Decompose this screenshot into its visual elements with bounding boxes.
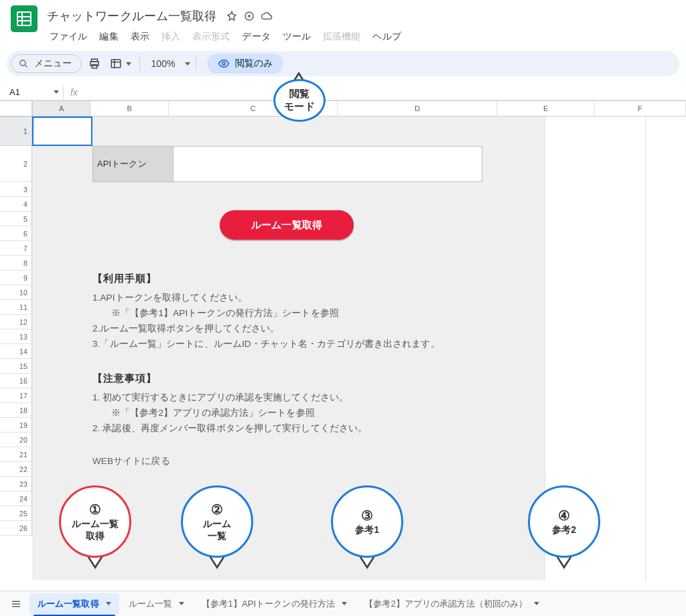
- col-header-A[interactable]: A: [32, 101, 90, 117]
- text-line: ※「【参考2】アプリの承認方法」シートを参照: [92, 405, 521, 420]
- sheet-tab-2[interactable]: 【参考1】APIトークンの発行方法: [194, 593, 355, 615]
- menu-データ[interactable]: データ: [236, 28, 275, 46]
- cloud-status-icon[interactable]: [261, 10, 273, 22]
- sheet-tab-label: ルーム一覧: [129, 598, 173, 610]
- svg-point-1: [20, 60, 25, 66]
- instructions-text: 【利用手順】 1.APIトークンを取得してください。 ※「【参考1】APIトーク…: [92, 271, 521, 469]
- row-header-8[interactable]: 8: [0, 256, 32, 271]
- view-only-label: 閲覧のみ: [235, 58, 273, 70]
- text-line: ※「【参考1】APIトークンの発行方法」シートを参照: [92, 305, 521, 321]
- col-header-D[interactable]: D: [338, 101, 497, 117]
- svg-point-6: [222, 62, 225, 66]
- menu-ヘルプ[interactable]: ヘルプ: [367, 28, 406, 46]
- annotation-1: ① ルーム一覧 取得: [59, 485, 131, 558]
- row-header-7[interactable]: 7: [0, 241, 32, 256]
- print-icon[interactable]: [84, 54, 105, 74]
- filter-views-icon[interactable]: [107, 54, 134, 74]
- menu-ファイル[interactable]: ファイル: [44, 28, 92, 46]
- sheet-tab-label: 【参考1】APIトークンの発行方法: [202, 598, 335, 610]
- row-header-20[interactable]: 20: [0, 433, 32, 447]
- star-icon[interactable]: [226, 10, 238, 22]
- row-header-12[interactable]: 12: [0, 315, 32, 329]
- row-header-24[interactable]: 24: [0, 491, 32, 506]
- annotation-2: ② ルーム 一覧: [181, 485, 253, 558]
- sheet-tab-3[interactable]: 【参考2】アプリの承認方法（初回のみ）: [356, 593, 547, 615]
- row-header-3[interactable]: 3: [0, 182, 32, 197]
- row-header-4[interactable]: 4: [0, 197, 32, 212]
- caution-heading: 【注意事項】: [92, 370, 521, 386]
- row-header-15[interactable]: 15: [0, 359, 32, 374]
- menu-bar: ファイル編集表示挿入表示形式データツール拡張機能ヘルプ: [44, 28, 407, 46]
- col-header-E[interactable]: E: [497, 101, 595, 117]
- text-line: 2. 承認後、再度メンバー取得ボタンを押して実行してください。: [92, 420, 521, 436]
- text-line: 3.「ルーム一覧」シートに、ルームID・チャット名・カテゴリが書き出されます。: [92, 336, 521, 352]
- toolbar: メニュー 100% 閲覧のみ: [7, 51, 679, 76]
- zoom-selector[interactable]: 100%: [145, 58, 178, 69]
- get-room-list-button[interactable]: ルーム一覧取得: [220, 210, 354, 240]
- row-header-17[interactable]: 17: [0, 388, 32, 403]
- chevron-down-icon[interactable]: [185, 62, 190, 66]
- zoom-value: 100%: [151, 58, 175, 69]
- menu-挿入: 挿入: [156, 28, 186, 46]
- text-line: 1.APIトークンを取得してください。: [92, 290, 521, 305]
- row-header-1[interactable]: 1: [0, 117, 32, 146]
- search-menus-label: メニュー: [34, 58, 72, 70]
- select-all-corner[interactable]: [0, 101, 32, 117]
- menu-表示形式: 表示形式: [187, 28, 235, 46]
- chevron-down-icon[interactable]: [106, 602, 111, 605]
- annotation-3: ③ 参考1: [331, 485, 403, 558]
- row-header-2[interactable]: 2: [0, 146, 32, 182]
- row-header-18[interactable]: 18: [0, 403, 32, 418]
- col-header-F[interactable]: F: [595, 101, 686, 117]
- api-token-input-cell[interactable]: [173, 146, 482, 182]
- row-header-9[interactable]: 9: [0, 271, 32, 285]
- text-line: 2.ルーム一覧取得ボタンを押してください。: [92, 321, 521, 336]
- menu-拡張機能: 拡張機能: [318, 28, 366, 46]
- name-box[interactable]: A1: [5, 87, 63, 97]
- back-to-website-link[interactable]: WEBサイトに戻る: [92, 456, 170, 466]
- row-header-5[interactable]: 5: [0, 212, 32, 226]
- row-header-22[interactable]: 22: [0, 462, 32, 477]
- api-token-label-cell: APIトークン: [92, 146, 173, 182]
- chevron-down-icon[interactable]: [179, 602, 184, 605]
- text-line: 1. 初めて実行するときにアプリの承認を実施してください。: [92, 390, 521, 405]
- menu-表示[interactable]: 表示: [125, 28, 155, 46]
- chevron-down-icon[interactable]: [534, 602, 539, 605]
- row-header-25[interactable]: 25: [0, 506, 32, 521]
- row-header-21[interactable]: 21: [0, 447, 32, 462]
- col-header-B[interactable]: B: [90, 101, 169, 117]
- row-header-11[interactable]: 11: [0, 300, 32, 315]
- row-header-13[interactable]: 13: [0, 329, 32, 344]
- row-header-16[interactable]: 16: [0, 374, 32, 388]
- sheet-tab-1[interactable]: ルーム一覧: [121, 593, 193, 615]
- row-header-26[interactable]: 26: [0, 521, 32, 536]
- menu-編集[interactable]: 編集: [94, 28, 123, 46]
- sheets-logo-icon: [11, 5, 38, 32]
- search-menus-button[interactable]: メニュー: [11, 54, 82, 73]
- sheet-tab-label: 【参考2】アプリの承認方法（初回のみ）: [364, 598, 527, 610]
- sheet-tab-label: ルーム一覧取得: [38, 598, 99, 610]
- usage-heading: 【利用手順】: [92, 271, 521, 286]
- annotation-4: ④ 参考2: [528, 485, 600, 558]
- move-icon[interactable]: [243, 10, 255, 22]
- fx-icon: fx: [64, 87, 84, 98]
- row-header-23[interactable]: 23: [0, 477, 32, 491]
- chevron-down-icon[interactable]: [342, 602, 347, 605]
- document-title[interactable]: チャットワークルーム一覧取得: [46, 5, 220, 27]
- chevron-down-icon: [54, 90, 59, 94]
- row-header-6[interactable]: 6: [0, 226, 32, 241]
- svg-rect-5: [112, 60, 121, 68]
- row-header-19[interactable]: 19: [0, 418, 32, 433]
- all-sheets-icon[interactable]: [4, 593, 28, 615]
- name-box-value: A1: [9, 87, 20, 97]
- sheet-tab-0[interactable]: ルーム一覧取得: [29, 593, 119, 615]
- row-header-10[interactable]: 10: [0, 285, 32, 300]
- menu-ツール[interactable]: ツール: [277, 28, 316, 46]
- active-cell[interactable]: [32, 117, 92, 146]
- chevron-down-icon: [126, 62, 131, 66]
- row-header-14[interactable]: 14: [0, 344, 32, 359]
- annotation-view-mode: 閲覧 モード: [273, 79, 326, 122]
- view-only-chip[interactable]: 閲覧のみ: [207, 54, 283, 74]
